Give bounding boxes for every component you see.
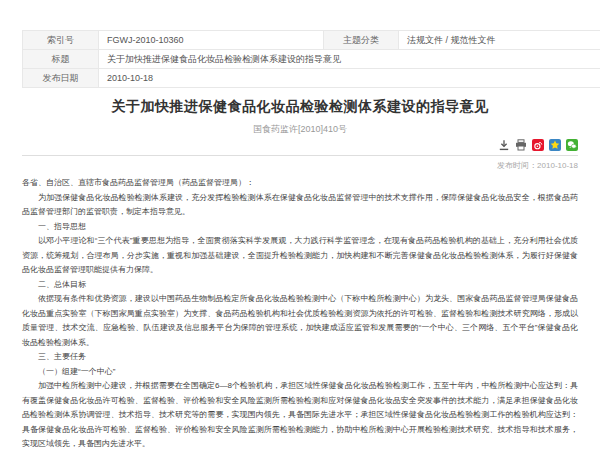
salutation-paragraph: 各省、自治区、直辖市食品药品监督管理局（药品监督管理局）：: [22, 176, 578, 191]
section-heading-2: 二、总体目标: [22, 278, 578, 293]
intro-paragraph: 为加强保健食品化妆品检验检测体系建设，充分发挥检验检测体系在保健食品化妆品监督管…: [22, 191, 578, 220]
table-row: 发布日期 2010-10-18: [23, 69, 600, 88]
section-heading-1: 一、指导思想: [22, 220, 578, 235]
index-value: FGWJ-2010-10360: [99, 31, 324, 50]
date-label: 发布日期: [23, 69, 99, 88]
document-meta-table: 索引号 FGWJ-2010-10360 主题分类 法规文件 / 规范性文件 标题…: [22, 30, 600, 88]
subsection-heading: （一）组建“一个中心”: [22, 365, 578, 380]
qzone-share-icon[interactable]: [549, 139, 561, 151]
category-value: 法规文件 / 规范性文件: [399, 31, 600, 50]
page-title: 关于加快推进保健食品化妆品检验检测体系建设的指导意见: [22, 98, 578, 116]
title-label: 标题: [23, 50, 99, 69]
section-2-paragraph: 依据现有条件和优势资源，建设以中国药品生物制品检定所食品化妆品检验检测中心（下称…: [22, 292, 578, 350]
document-number: 国食药监许[2010]410号: [22, 123, 578, 136]
article-body: 各省、自治区、直辖市食品药品监督管理局（药品监督管理局）： 为加强保健食品化妆品…: [22, 176, 578, 450]
download-icon[interactable]: [498, 139, 510, 151]
document-page: 索引号 FGWJ-2010-10360 主题分类 法规文件 / 规范性文件 标题…: [0, 0, 600, 450]
publish-time: 发布时间：2010-10-18: [497, 160, 578, 171]
divider: [22, 155, 578, 156]
date-value: 2010-10-18: [99, 69, 600, 88]
article-toolbar: [498, 139, 578, 151]
section-1-paragraph: 以邓小平理论和“三个代表”重要思想为指导，全面贯彻落实科学发展观，大力践行科学监…: [22, 234, 578, 278]
weibo-share-icon[interactable]: [532, 139, 544, 151]
index-label: 索引号: [23, 31, 99, 50]
title-value: 关于加快推进保健食品化妆品检验检测体系建设的指导意见: [99, 50, 600, 69]
section-heading-3: 三、主要任务: [22, 350, 578, 365]
print-icon[interactable]: [515, 139, 527, 151]
table-row: 索引号 FGWJ-2010-10360 主题分类 法规文件 / 规范性文件: [23, 31, 600, 50]
table-row: 标题 关于加快推进保健食品化妆品检验检测体系建设的指导意见: [23, 50, 600, 69]
section-3-paragraph: 加强中检所检测中心建设，并根据需要在全国确定6—8个检验机构，承担区域性保健食品…: [22, 379, 578, 450]
category-label: 主题分类: [324, 31, 399, 50]
wechat-share-icon[interactable]: [566, 139, 578, 151]
